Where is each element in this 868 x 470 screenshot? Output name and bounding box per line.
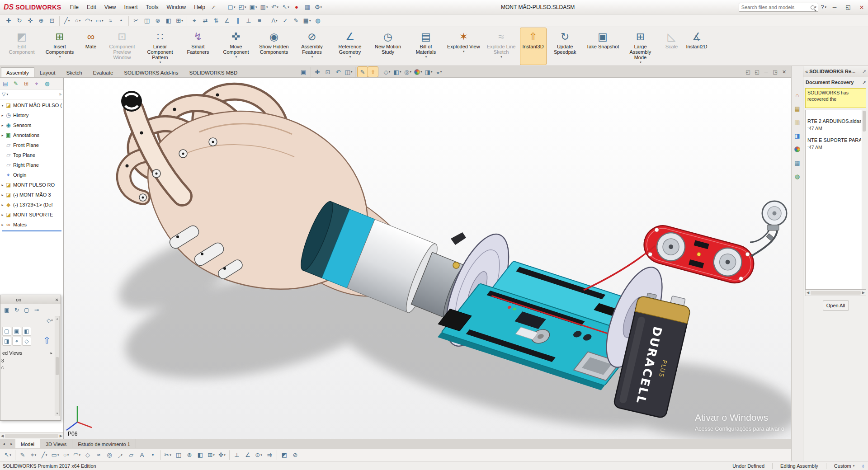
saved-view-item[interactable]: c	[0, 363, 61, 370]
top-view-icon[interactable]: ◓	[12, 337, 21, 346]
move-entities-icon[interactable]: ✜▾	[217, 450, 227, 460]
select-icon[interactable]: ↖▾	[3, 450, 13, 460]
tree-item-mates[interactable]: ∞ Mates	[0, 220, 63, 230]
tab-evaluate[interactable]: Evaluate	[88, 67, 119, 77]
plane-icon[interactable]: ▱▾	[126, 450, 136, 460]
scroll-right-icon[interactable]: ▶	[862, 291, 865, 295]
search-input[interactable]	[741, 4, 811, 10]
scale-button[interactable]: ◺ Scale ▾	[659, 28, 684, 65]
tab-assembly[interactable]: Assembly	[1, 67, 34, 77]
large-assembly-mode-button[interactable]: ⊞ Large Assembly Mode ▾	[621, 28, 659, 65]
circle-icon[interactable]: ○▾	[61, 450, 71, 460]
take-snapshot-button[interactable]: ▣ Take Snapshot ▾	[584, 28, 622, 65]
bill-of-materials-button[interactable]: ▤ Bill of Materials ▾	[407, 28, 445, 65]
separator[interactable]: ▾	[355, 67, 356, 77]
scroll-right-icon[interactable]: ▶	[60, 434, 62, 438]
instant2d-button[interactable]: ∡ Instant2D ▾	[684, 28, 709, 65]
saved-views-section[interactable]: ed Views ▸	[0, 348, 61, 357]
tree-item-origin[interactable]: ⌖ Origin	[0, 170, 63, 180]
open-file-icon[interactable]: ◰▾	[237, 2, 247, 12]
quick-snaps-icon[interactable]: ⊙▾	[254, 450, 264, 460]
search-icon[interactable]	[811, 5, 815, 9]
expand-arrow-icon[interactable]	[0, 183, 5, 187]
ellipse-icon[interactable]: ◎▾	[104, 450, 114, 460]
tree-item-root[interactable]: ◪ MONT MÃO-PULSO (	[0, 100, 63, 110]
search-caret-icon[interactable]: ▾	[815, 5, 816, 9]
zoom-to-area-icon[interactable]: ⊡▾	[323, 67, 333, 77]
print-icon[interactable]: ▥▾	[259, 2, 269, 12]
tab-solidworks-add-ins[interactable]: SOLIDWORKS Add-Ins	[118, 67, 184, 77]
recovery-vertical-scrollbar[interactable]	[862, 110, 866, 289]
featuremanager-tab-icon[interactable]: ▤	[1, 79, 10, 88]
reset-standard-views-icon[interactable]: ▢	[22, 306, 31, 315]
new-view-icon[interactable]: ▣	[2, 306, 11, 315]
separator[interactable]: ▾	[310, 67, 311, 77]
tree-item-mont-pulso[interactable]: ◪ MONT PULSO RO	[0, 180, 63, 190]
design-library-icon[interactable]: ▤	[793, 104, 802, 113]
expand-arrow-icon[interactable]	[0, 133, 5, 137]
explode-line-sketch-button[interactable]: ≈ Explode Line Sketch ▾	[482, 28, 520, 65]
menu-pin-icon[interactable]: ⊸	[209, 3, 217, 11]
trim-entities-icon[interactable]: ✂▾	[131, 16, 141, 26]
scroll-down-icon[interactable]: ▾	[57, 412, 58, 415]
smart-fasteners-button[interactable]: ↯ Smart Fasteners ▾	[179, 28, 217, 65]
smart-dimension-icon[interactable]: ⌖▾	[28, 450, 38, 460]
no-solve-move-icon[interactable]: ⊘▾	[290, 450, 300, 460]
offset-entities-icon[interactable]: ⊚▾	[153, 16, 163, 26]
mirror-entities-icon[interactable]: ◧▾	[164, 16, 174, 26]
instant3d-icon[interactable]: ⇧▾	[368, 67, 378, 77]
sketch-icon[interactable]: ✎▾	[18, 450, 28, 460]
separator[interactable]: ▾	[267, 16, 267, 26]
spline-icon[interactable]: ≈▾	[105, 16, 115, 26]
tree-horizontal-scrollbar[interactable]: ◀ ▶	[0, 432, 63, 439]
rebuild-icon[interactable]: ●▾	[292, 2, 302, 12]
pan-icon[interactable]: ✜▾	[25, 16, 35, 26]
exploded-view-button[interactable]: ✶ Exploded View ▾	[445, 28, 482, 65]
expand-arrow-icon[interactable]	[0, 103, 5, 108]
open-all-button[interactable]: Open All	[823, 301, 849, 310]
separator[interactable]: ▾	[380, 67, 380, 77]
tab-sketch[interactable]: Sketch	[61, 67, 87, 77]
centerpoint-arc-icon[interactable]: ◠▾	[72, 450, 82, 460]
section-view-icon[interactable]: ◫▾	[344, 67, 354, 77]
convert-entities-icon[interactable]: ◫▾	[174, 450, 184, 460]
expand-arrow-icon[interactable]	[0, 223, 5, 227]
filter-caret-icon[interactable]: ▾	[6, 93, 8, 96]
close-icon[interactable]: ✕	[55, 297, 59, 302]
edit-appearance-icon[interactable]: ●▾	[413, 67, 423, 77]
scroll-tabs-right-icon[interactable]: ▸	[8, 439, 15, 448]
minimize-window-button[interactable]: ─	[829, 2, 840, 13]
linear-component-pattern-button[interactable]: ∷ Linear Component Pattern ▾	[141, 28, 179, 65]
line-icon[interactable]: ╱▾	[39, 450, 49, 460]
left-view-icon[interactable]: ◧	[22, 327, 31, 336]
close-doc-icon[interactable]: ✕	[780, 67, 788, 76]
offset-entities-icon[interactable]: ⊚▾	[184, 450, 194, 460]
format-painter-icon[interactable]: ✎▾	[291, 16, 301, 26]
options-icon[interactable]: ⚙▾	[313, 2, 323, 12]
select-icon[interactable]: ↖▾	[281, 2, 291, 12]
menu-window[interactable]: Window	[163, 2, 190, 12]
configurationmanager-tab-icon[interactable]: ⊞	[22, 79, 31, 88]
separator[interactable]: ▾	[160, 450, 160, 460]
up-arrow-icon[interactable]: ⇧	[43, 335, 51, 346]
equal-relation-icon[interactable]: ≡▾	[255, 16, 264, 26]
line-icon[interactable]: ╱▾	[62, 16, 72, 26]
linear-sketch-pattern-icon[interactable]: ⊞▾	[206, 450, 216, 460]
dimxpertmanager-tab-icon[interactable]: ⌖	[32, 79, 41, 88]
graphics-viewport[interactable]: DURACELL PLUS	[64, 78, 791, 439]
trim-entities-icon[interactable]: ✂▾	[163, 450, 173, 460]
filter-icon[interactable]: ▽	[2, 91, 5, 97]
custom-properties-icon[interactable]: ▦	[793, 158, 802, 168]
zoom-to-fit-icon[interactable]: ✚▾	[4, 16, 14, 26]
perpendicular-relation-icon[interactable]: ⊥▾	[244, 16, 254, 26]
mate-button[interactable]: ∞ Mate ▾	[79, 28, 103, 65]
shaded-sketch-contours-icon[interactable]: ◩▾	[279, 450, 289, 460]
display-style-icon[interactable]: ◧▾	[392, 67, 402, 77]
pin-icon[interactable]: ⊸	[32, 306, 41, 315]
tree-item-history[interactable]: ◷ History	[0, 110, 63, 120]
unit-system-selector[interactable]: Custom▾	[834, 463, 854, 469]
menu-insert[interactable]: Insert	[120, 2, 142, 12]
file-explorer-icon[interactable]: ▥	[793, 118, 802, 127]
tab-solidworks-mbd[interactable]: SOLIDWORKS MBD	[184, 67, 243, 77]
tree-item-mont-suporte[interactable]: ◪ MONT SUPORTE	[0, 210, 63, 220]
